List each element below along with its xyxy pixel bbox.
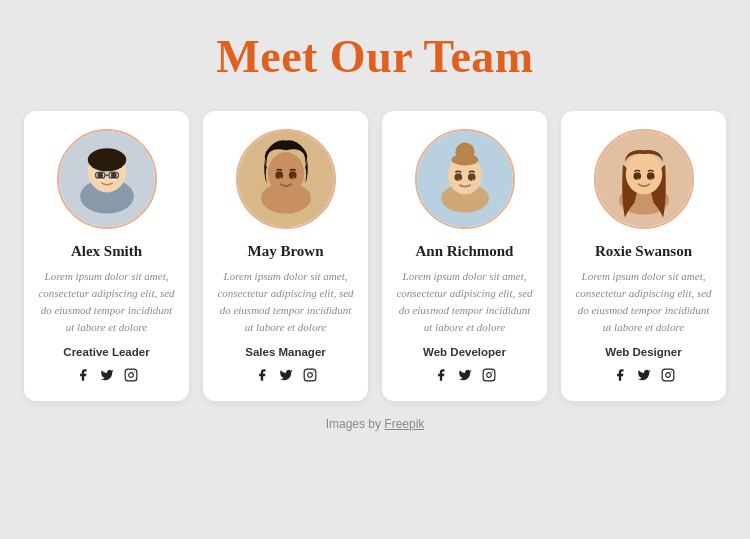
svg-point-15: [267, 152, 303, 194]
svg-point-27: [454, 173, 462, 181]
instagram-icon-2[interactable]: [303, 368, 317, 385]
instagram-icon-4[interactable]: [661, 368, 675, 385]
svg-point-35: [625, 154, 661, 194]
member-role-4: Web Designer: [605, 346, 681, 358]
social-icons-3: [434, 368, 496, 385]
twitter-icon-3[interactable]: [458, 368, 472, 385]
avatar-3: [415, 129, 515, 229]
member-role-1: Creative Leader: [63, 346, 149, 358]
svg-point-28: [467, 173, 475, 181]
twitter-icon-4[interactable]: [637, 368, 651, 385]
team-grid: Alex Smith Lorem ipsum dolor sit amet, c…: [20, 111, 730, 401]
footer-text: Images by: [326, 417, 385, 431]
svg-point-36: [633, 172, 641, 180]
team-card-4: Roxie Swanson Lorem ipsum dolor sit amet…: [561, 111, 726, 401]
svg-point-26: [451, 154, 478, 166]
svg-point-18: [279, 177, 281, 179]
svg-point-29: [458, 179, 460, 181]
avatar-4: [594, 129, 694, 229]
svg-point-19: [292, 177, 294, 179]
avatar-1: [57, 129, 157, 229]
member-name-4: Roxie Swanson: [595, 243, 692, 260]
avatar-2: [236, 129, 336, 229]
member-role-3: Web Developer: [423, 346, 506, 358]
instagram-icon-1[interactable]: [124, 368, 138, 385]
member-bio-2: Lorem ipsum dolor sit amet, consectetur …: [217, 268, 354, 336]
page-wrapper: Meet Our Team Alex Smith Lorem ipsum dol…: [0, 0, 750, 539]
team-card-1: Alex Smith Lorem ipsum dolor sit amet, c…: [24, 111, 189, 401]
svg-point-8: [97, 172, 103, 178]
social-icons-1: [76, 368, 138, 385]
team-card-3: Ann Richmond Lorem ipsum dolor sit amet,…: [382, 111, 547, 401]
social-icons-4: [613, 368, 675, 385]
social-icons-2: [255, 368, 317, 385]
member-bio-4: Lorem ipsum dolor sit amet, consectetur …: [575, 268, 712, 336]
team-card-2: May Brown Lorem ipsum dolor sit amet, co…: [203, 111, 368, 401]
facebook-icon-3[interactable]: [434, 368, 448, 385]
member-name-2: May Brown: [248, 243, 324, 260]
svg-point-39: [650, 178, 652, 180]
twitter-icon-1[interactable]: [100, 368, 114, 385]
svg-point-17: [288, 171, 296, 179]
facebook-icon-2[interactable]: [255, 368, 269, 385]
svg-rect-20: [304, 369, 316, 381]
footer-note: Images by Freepik: [326, 417, 425, 431]
svg-rect-11: [125, 369, 137, 381]
member-bio-3: Lorem ipsum dolor sit amet, consectetur …: [396, 268, 533, 336]
member-name-1: Alex Smith: [71, 243, 142, 260]
freepik-link[interactable]: Freepik: [384, 417, 424, 431]
svg-point-10: [87, 148, 125, 171]
svg-point-30: [471, 179, 473, 181]
member-name-3: Ann Richmond: [416, 243, 514, 260]
facebook-icon-4[interactable]: [613, 368, 627, 385]
svg-rect-31: [483, 369, 495, 381]
facebook-icon-1[interactable]: [76, 368, 90, 385]
svg-point-16: [275, 171, 283, 179]
svg-point-38: [637, 178, 639, 180]
member-bio-1: Lorem ipsum dolor sit amet, consectetur …: [38, 268, 175, 336]
svg-point-9: [110, 172, 116, 178]
twitter-icon-2[interactable]: [279, 368, 293, 385]
svg-point-37: [646, 172, 654, 180]
member-role-2: Sales Manager: [245, 346, 326, 358]
page-title: Meet Our Team: [216, 30, 533, 83]
instagram-icon-3[interactable]: [482, 368, 496, 385]
svg-rect-40: [662, 369, 674, 381]
